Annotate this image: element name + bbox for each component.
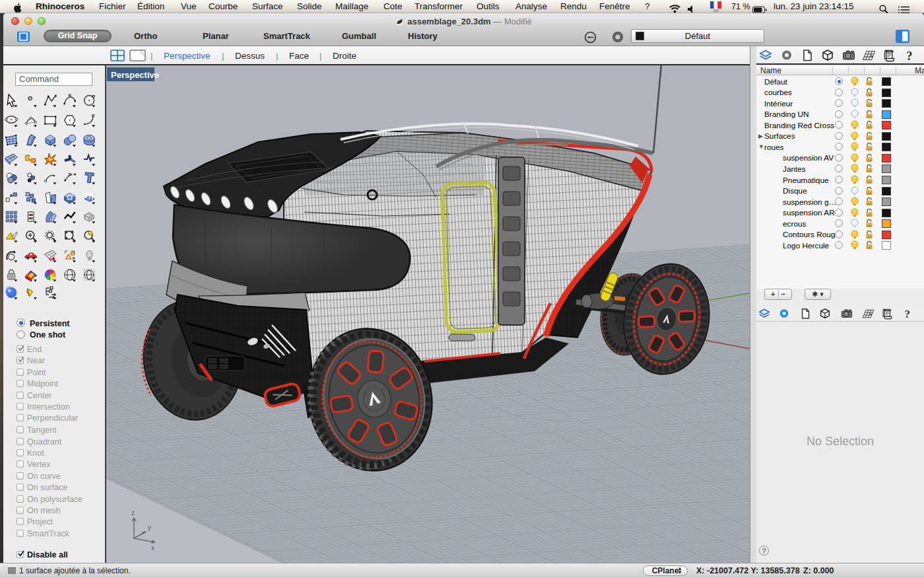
svg-text:Perspective: Perspective [111, 70, 159, 80]
svg-text:123: 123 [713, 9, 719, 13]
svg-text:x: x [151, 544, 154, 552]
svg-text:z: z [131, 509, 135, 517]
svg-text:y: y [148, 524, 151, 531]
